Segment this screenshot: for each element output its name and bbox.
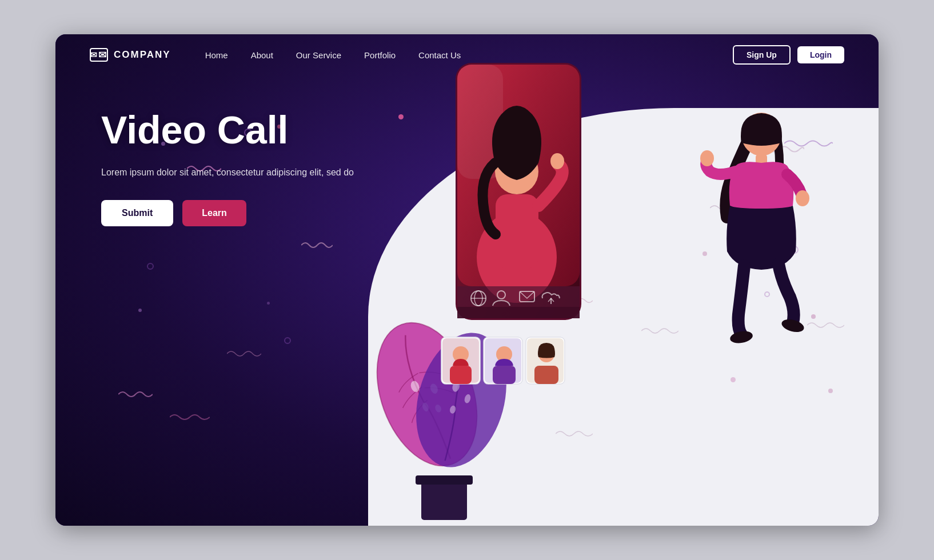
circle-2 bbox=[147, 263, 154, 270]
hero-description: Lorem ipsum dolor sit amet, consectetur … bbox=[101, 165, 354, 180]
submit-button[interactable]: Submit bbox=[101, 200, 173, 226]
logo-area: ✉ COMPANY bbox=[90, 48, 171, 62]
nav-actions: Sign Up Login bbox=[733, 45, 844, 65]
nav-links: Home About Our Service Portfolio Contact… bbox=[205, 50, 733, 60]
learn-button[interactable]: Learn bbox=[182, 200, 246, 226]
svg-point-20 bbox=[550, 153, 564, 169]
nav-our-service[interactable]: Our Service bbox=[296, 50, 341, 60]
signup-button[interactable]: Sign Up bbox=[733, 45, 791, 65]
walking-woman bbox=[700, 113, 809, 345]
circle-3 bbox=[284, 337, 291, 344]
nav-contact[interactable]: Contact Us bbox=[418, 50, 461, 60]
nav-portfolio[interactable]: Portfolio bbox=[364, 50, 396, 60]
illustration bbox=[336, 51, 879, 526]
svg-rect-22 bbox=[457, 307, 580, 318]
squiggle-deco-3 bbox=[170, 411, 210, 423]
dot-3 bbox=[138, 309, 142, 312]
svg-rect-32 bbox=[450, 366, 472, 384]
logo-text: COMPANY bbox=[114, 49, 171, 61]
svg-rect-10 bbox=[421, 480, 467, 520]
dot-4 bbox=[267, 302, 270, 305]
svg-point-43 bbox=[700, 150, 714, 166]
hero-title: Video Call bbox=[101, 109, 354, 151]
nav-home[interactable]: Home bbox=[205, 50, 228, 60]
svg-point-44 bbox=[796, 190, 809, 206]
svg-rect-18 bbox=[496, 194, 538, 269]
hero-buttons: Submit Learn bbox=[101, 200, 354, 226]
login-button[interactable]: Login bbox=[797, 46, 844, 63]
svg-rect-11 bbox=[416, 475, 473, 485]
navbar: ✉ COMPANY Home About Our Service Portfol… bbox=[55, 34, 879, 75]
logo-icon: ✉ bbox=[90, 48, 108, 62]
squiggle-deco-5 bbox=[227, 349, 261, 359]
svg-rect-36 bbox=[493, 366, 516, 384]
svg-rect-40 bbox=[534, 366, 558, 384]
hero-content: Video Call Lorem ipsum dolor sit amet, c… bbox=[101, 109, 354, 226]
thumbnail-cards bbox=[441, 337, 565, 384]
squiggle-deco-2 bbox=[118, 389, 153, 400]
svg-point-45 bbox=[729, 330, 754, 345]
squiggle-deco-4 bbox=[301, 240, 333, 250]
page-wrapper: ✉ COMPANY Home About Our Service Portfol… bbox=[55, 34, 879, 526]
nav-about[interactable]: About bbox=[251, 50, 273, 60]
phone-mockup bbox=[456, 63, 581, 320]
